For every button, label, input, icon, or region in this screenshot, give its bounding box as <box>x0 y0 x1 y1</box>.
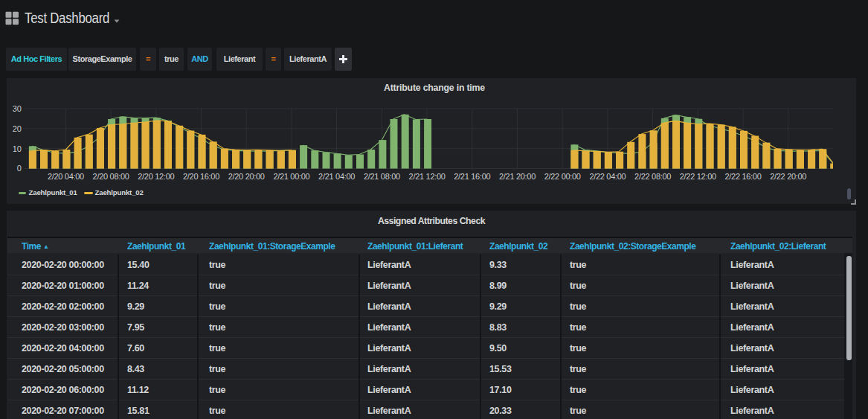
svg-text:2/20 12:00: 2/20 12:00 <box>138 172 174 181</box>
svg-text:0: 0 <box>17 164 22 173</box>
svg-text:2/21 12:00: 2/21 12:00 <box>409 172 446 181</box>
svg-text:20: 20 <box>13 124 22 133</box>
svg-text:2/21 04:00: 2/21 04:00 <box>318 172 355 181</box>
svg-text:2/20 04:00: 2/20 04:00 <box>48 172 84 181</box>
svg-text:2/22 00:00: 2/22 00:00 <box>544 172 581 181</box>
svg-text:2/21 08:00: 2/21 08:00 <box>364 172 400 181</box>
svg-text:2/20 20:00: 2/20 20:00 <box>228 172 265 181</box>
svg-text:2/20 08:00: 2/20 08:00 <box>93 172 129 181</box>
svg-text:30: 30 <box>13 104 22 113</box>
svg-text:2/21 00:00: 2/21 00:00 <box>273 172 309 181</box>
svg-text:2/22 12:00: 2/22 12:00 <box>680 172 716 181</box>
svg-text:10: 10 <box>13 144 22 153</box>
svg-text:2/22 16:00: 2/22 16:00 <box>725 172 762 181</box>
svg-text:2/22 04:00: 2/22 04:00 <box>589 172 626 181</box>
svg-text:2/21 16:00: 2/21 16:00 <box>454 172 490 181</box>
svg-text:2/21 20:00: 2/21 20:00 <box>499 172 536 181</box>
svg-text:2/22 20:00: 2/22 20:00 <box>770 172 806 181</box>
svg-text:2/22 08:00: 2/22 08:00 <box>634 172 671 181</box>
svg-text:2/20 16:00: 2/20 16:00 <box>183 172 219 181</box>
